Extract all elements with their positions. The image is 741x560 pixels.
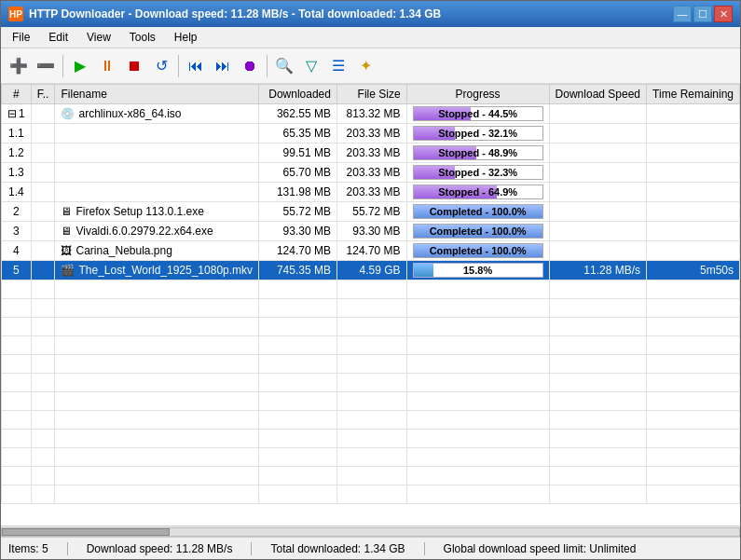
menu-file[interactable]: File bbox=[5, 29, 37, 46]
minimize-button[interactable]: — bbox=[673, 6, 692, 22]
expand-icon[interactable]: ⊟ bbox=[7, 107, 17, 120]
cell-downloaded: 124.70 MB bbox=[259, 241, 337, 261]
cell-empty bbox=[406, 280, 549, 299]
cell-downloaded: 55.72 MB bbox=[259, 202, 337, 222]
cell-empty bbox=[259, 318, 337, 336]
table-row-empty bbox=[2, 374, 740, 392]
cell-num: 2 bbox=[2, 202, 32, 222]
file-type-icon: 💿 bbox=[61, 107, 75, 120]
cell-downloaded: 131.98 MB bbox=[259, 183, 337, 202]
cell-empty bbox=[406, 299, 549, 318]
cell-empty bbox=[549, 467, 646, 485]
cell-empty bbox=[647, 392, 740, 411]
cell-empty bbox=[259, 448, 337, 467]
cell-progress: Completed - 100.0% bbox=[406, 202, 549, 222]
table-row[interactable]: 1.4131.98 MB203.33 MBStopped - 64.9% bbox=[2, 183, 740, 202]
close-button[interactable]: ✕ bbox=[714, 6, 733, 22]
prev-button[interactable]: ⏮ bbox=[184, 54, 208, 78]
col-header-progress[interactable]: Progress bbox=[406, 85, 549, 104]
menu-tools[interactable]: Tools bbox=[122, 29, 163, 46]
cell-num: 1.4 bbox=[2, 183, 32, 202]
table-row[interactable]: 2🖥Firefox Setup 113.0.1.exe55.72 MB55.72… bbox=[2, 202, 740, 222]
cell-num: 1.2 bbox=[2, 143, 32, 163]
table-row[interactable]: 5🎬The_Lost_World_1925_1080p.mkv745.35 MB… bbox=[2, 261, 740, 280]
horizontal-scrollbar[interactable] bbox=[1, 526, 740, 537]
progress-text: Stopped - 32.1% bbox=[414, 127, 542, 140]
cell-progress: Completed - 100.0% bbox=[406, 222, 549, 241]
progress-bar-wrap: Completed - 100.0% bbox=[413, 204, 543, 219]
cell-empty bbox=[647, 448, 740, 467]
refresh-button[interactable]: ↺ bbox=[149, 54, 173, 78]
cell-empty bbox=[406, 355, 549, 374]
cell-empty bbox=[2, 448, 32, 467]
table-row[interactable]: ⊟1💿archlinux-x86_64.iso362.55 MB813.32 M… bbox=[2, 104, 740, 124]
col-header-filename[interactable]: Filename bbox=[55, 85, 259, 104]
cell-empty bbox=[336, 485, 406, 504]
col-header-speed[interactable]: Download Speed bbox=[549, 85, 646, 104]
start-button[interactable]: ▶ bbox=[68, 54, 92, 78]
menu-view[interactable]: View bbox=[79, 29, 118, 46]
cell-empty bbox=[31, 336, 55, 355]
cell-progress: 15.8% bbox=[406, 261, 549, 280]
next-button[interactable]: ⏭ bbox=[211, 54, 235, 78]
cell-empty bbox=[259, 467, 337, 485]
cell-empty bbox=[2, 392, 32, 411]
table-row[interactable]: 1.165.35 MB203.33 MBStopped - 32.1% bbox=[2, 124, 740, 143]
scrollbar-track[interactable] bbox=[1, 527, 740, 537]
cell-empty bbox=[647, 299, 740, 318]
menu-help[interactable]: Help bbox=[167, 29, 205, 46]
col-header-remaining[interactable]: Time Remaining bbox=[647, 85, 740, 104]
table-row-empty bbox=[2, 467, 740, 485]
cell-num: 4 bbox=[2, 241, 32, 261]
maximize-button[interactable]: ☐ bbox=[693, 6, 712, 22]
col-header-filesize[interactable]: File Size bbox=[336, 85, 406, 104]
cell-remaining bbox=[647, 124, 740, 143]
search-button[interactable]: 🔍 bbox=[272, 54, 296, 78]
col-header-downloaded[interactable]: Downloaded bbox=[259, 85, 337, 104]
cell-empty bbox=[2, 411, 32, 430]
status-sep-3 bbox=[424, 542, 425, 555]
cell-num: 1.1 bbox=[2, 124, 32, 143]
cell-empty bbox=[406, 392, 549, 411]
cell-empty bbox=[549, 411, 646, 430]
cell-empty bbox=[647, 467, 740, 485]
table-row[interactable]: 3🖥Vivaldi.6.0.2979.22.x64.exe93.30 MB93.… bbox=[2, 222, 740, 241]
scrollbar-thumb[interactable] bbox=[2, 528, 170, 536]
downloads-table-container[interactable]: # F.. Filename Downloaded File Size Prog… bbox=[1, 84, 740, 526]
progress-text: Stopped - 48.9% bbox=[414, 146, 542, 159]
cell-empty bbox=[2, 280, 32, 299]
cell-empty bbox=[549, 299, 646, 318]
stop-button[interactable]: ⏹ bbox=[122, 54, 146, 78]
cell-empty bbox=[549, 430, 646, 448]
progress-bar-wrap: Stopped - 48.9% bbox=[413, 145, 543, 160]
col-header-num[interactable]: # bbox=[2, 85, 32, 104]
table-row-empty bbox=[2, 411, 740, 430]
menu-edit[interactable]: Edit bbox=[41, 29, 75, 46]
pause-button[interactable]: ⏸ bbox=[95, 54, 119, 78]
table-row[interactable]: 1.299.51 MB203.33 MBStopped - 48.9% bbox=[2, 143, 740, 163]
cell-empty bbox=[31, 485, 55, 504]
star-button[interactable]: ✦ bbox=[353, 54, 377, 78]
cell-empty bbox=[31, 355, 55, 374]
cell-filesize: 55.72 MB bbox=[336, 202, 406, 222]
file-type-icon: 🎬 bbox=[61, 264, 75, 277]
cell-empty bbox=[336, 430, 406, 448]
cell-num: 3 bbox=[2, 222, 32, 241]
table-row[interactable]: 1.365.70 MB203.33 MBStopped - 32.3% bbox=[2, 163, 740, 183]
table-row[interactable]: 4🖼Carina_Nebula.png124.70 MB124.70 MBCom… bbox=[2, 241, 740, 261]
table-row-empty bbox=[2, 299, 740, 318]
cell-empty bbox=[55, 299, 259, 318]
queue-button[interactable]: ⏺ bbox=[238, 54, 262, 78]
cell-downloaded: 93.30 MB bbox=[259, 222, 337, 241]
add-button[interactable]: ➕ bbox=[7, 54, 31, 78]
cell-empty bbox=[549, 280, 646, 299]
remove-button[interactable]: ➖ bbox=[34, 54, 58, 78]
list-button[interactable]: ☰ bbox=[326, 54, 350, 78]
cell-progress: Stopped - 64.9% bbox=[406, 183, 549, 202]
cell-empty bbox=[336, 374, 406, 392]
cell-empty bbox=[549, 336, 646, 355]
cell-speed bbox=[549, 183, 646, 202]
col-header-flag[interactable]: F.. bbox=[31, 85, 55, 104]
filter-button[interactable]: ▽ bbox=[299, 54, 323, 78]
cell-empty bbox=[55, 336, 259, 355]
